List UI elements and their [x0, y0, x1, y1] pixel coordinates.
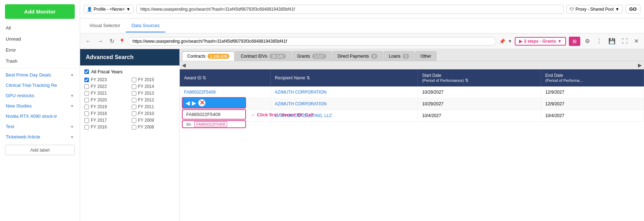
sidebar-item-gpu[interactable]: GPU restocks ▼: [0, 90, 80, 101]
fiscal-section: All Fiscal Years FY 2023 FY 2015 FY 2022: [80, 65, 179, 133]
fy2012-checkbox[interactable]: [132, 98, 136, 102]
tab-direct-payments[interactable]: Direct Payments 0: [332, 51, 383, 61]
close-browser-button[interactable]: ✕: [632, 37, 640, 45]
tab-visual-selector[interactable]: Visual Selector: [84, 19, 126, 32]
popup-close-button[interactable]: ✕: [198, 99, 205, 106]
sidebar-item-error[interactable]: Error: [0, 44, 80, 56]
forward-button[interactable]: →: [96, 37, 105, 45]
fy2014-checkbox[interactable]: [132, 84, 136, 89]
fy2016-checkbox[interactable]: [84, 125, 89, 130]
table-row: FA865022F5408 AZIMUTH CORPORATION 10/29/…: [180, 98, 644, 110]
go-button[interactable]: GO: [625, 5, 640, 14]
cursor-icon: ⊞: [572, 38, 577, 44]
sidebar-item-trash[interactable]: Trash: [0, 56, 80, 67]
proxy-button[interactable]: 🛡 Proxy - Shared Pool ▼: [566, 5, 622, 14]
browser-toolbar: ← → ↻ 📍 📌 ▼ ▶ 3 steps - Grants ▼ ⊞ ⚙ ⋮ 💾…: [80, 33, 644, 49]
scroll-left-button[interactable]: ◀: [182, 62, 186, 68]
start-date-cell: 10/29/2027: [418, 98, 541, 110]
fy2011-checkbox[interactable]: [132, 105, 136, 109]
tab-contracts[interactable]: Contracts 1,106,539: [182, 51, 235, 61]
all-fiscal-years-checkbox[interactable]: [84, 69, 89, 74]
table-row: FA865022F5409 AZIMUTH CORPORATION 10/29/…: [180, 86, 644, 98]
fy2020-checkbox[interactable]: [84, 98, 89, 102]
fiscal-row: FY 2008: [132, 125, 176, 130]
popup-forward-button[interactable]: ▶: [192, 100, 196, 106]
url-input[interactable]: [136, 5, 564, 14]
sort-icon: ⇅: [203, 75, 206, 80]
sidebar-item-all[interactable]: All: [0, 22, 80, 33]
col-start-date[interactable]: Start Date(Period of Performance) ⇅: [418, 69, 541, 86]
recipient-cell[interactable]: CANYON CONSULTING, LLC: [271, 110, 418, 122]
dropdown-icon: ▼: [508, 39, 512, 44]
fiscal-row: FY 2020: [84, 98, 128, 102]
fiscal-row: FY 2019: [84, 104, 128, 109]
tab-grants[interactable]: Grants 3,517: [292, 51, 332, 61]
add-label-button[interactable]: Add label: [5, 145, 75, 155]
popup-div-label: div FA865022F5408: [182, 120, 246, 128]
sidebar-item-new-studies[interactable]: New Studies ▼: [0, 101, 80, 111]
awards-table: Award ID ⇅ Recipient Name ⇅ Start Date(P…: [180, 69, 644, 122]
fullscreen-button[interactable]: ⛶: [620, 37, 629, 45]
fy2015-checkbox[interactable]: [132, 78, 136, 82]
browser-url-input[interactable]: [128, 37, 496, 46]
save-button[interactable]: 💾: [607, 37, 617, 45]
fy2019-checkbox[interactable]: [84, 105, 89, 109]
sidebar-item-unread[interactable]: Unread: [0, 33, 80, 44]
recipient-cell[interactable]: AZIMUTH CORPORATION: [271, 98, 418, 110]
grants-badge: 3,517: [312, 54, 326, 59]
end-date-cell: 10/4/2027: [541, 110, 644, 122]
more-options-button[interactable]: ⋮: [595, 37, 604, 45]
fiscal-row: FY 2018: [84, 111, 128, 116]
settings-button[interactable]: ⚙: [583, 37, 592, 45]
fy2022-checkbox[interactable]: [84, 84, 89, 89]
fiscal-row: FY 2011: [132, 104, 176, 109]
dropdown-icon: ▼: [557, 39, 562, 44]
fy2018-checkbox[interactable]: [84, 111, 89, 116]
left-panel: Advanced Search All Fiscal Years FY 2023…: [80, 49, 180, 221]
data-table-wrapper[interactable]: Award ID ⇅ Recipient Name ⇅ Start Date(P…: [180, 69, 644, 221]
fiscal-row: FY 2017: [84, 118, 128, 123]
col-end-date[interactable]: End Date(Period of Performa...: [541, 69, 644, 86]
fy2009-checkbox[interactable]: [132, 118, 136, 123]
main-content: 👤 Profile - <None> ▼ 🛡 Proxy - Shared Po…: [80, 0, 644, 221]
chevron-icon: ▼: [70, 125, 74, 129]
fy2010-checkbox[interactable]: [132, 111, 136, 116]
sidebar-item-ticketweb[interactable]: Ticketweb Article ▼: [0, 132, 80, 142]
popup-cell-value[interactable]: FA865022F5409: [182, 109, 246, 120]
col-award-id[interactable]: Award ID ⇅: [180, 69, 271, 86]
sidebar-item-nvidia[interactable]: Nvidia RTX 4090 stock-tr: [0, 111, 80, 121]
contract-idvs-badge: 36,542: [269, 54, 286, 59]
tab-contract-idvs[interactable]: Contract IDVs 36,542: [235, 51, 291, 61]
fy2013-checkbox[interactable]: [132, 91, 136, 96]
play-steps-button[interactable]: ▶ 3 steps - Grants ▼: [515, 37, 566, 46]
fy2023-checkbox[interactable]: [84, 78, 89, 82]
popup-cell-value2: FA865022F5408: [194, 121, 227, 127]
contract-tabs: Contracts 1,106,539 Contract IDVs 36,542…: [180, 49, 644, 61]
add-monitor-button[interactable]: Add Monitor: [5, 4, 75, 19]
sidebar-item-best-prime[interactable]: Best Prime Day Deals ▼: [0, 70, 80, 80]
tab-loans[interactable]: Loans 0: [383, 51, 414, 61]
fy2008-checkbox[interactable]: [132, 125, 136, 130]
tab-data-sources[interactable]: Data Sources: [126, 19, 165, 32]
scroll-right-button[interactable]: ▶: [638, 62, 642, 68]
dropdown-icon: ▼: [615, 7, 619, 12]
topbar: 👤 Profile - <None> ▼ 🛡 Proxy - Shared Po…: [80, 0, 644, 19]
fy2017-checkbox[interactable]: [84, 118, 89, 123]
reload-button[interactable]: ↻: [108, 37, 116, 45]
award-id-cell[interactable]: FA865022F5409: [180, 86, 271, 98]
sidebar-item-clinical[interactable]: Clinical Trial-Tracking Re: [0, 80, 80, 90]
fiscal-row: FY 2010: [132, 111, 176, 116]
sidebar-item-test[interactable]: Test ▼: [0, 121, 80, 132]
recipient-cell[interactable]: AZIMUTH CORPORATION: [271, 86, 418, 98]
end-date-cell: 12/9/2027: [541, 86, 644, 98]
profile-button[interactable]: 👤 Profile - <None> ▼: [84, 5, 133, 14]
fiscal-row: FY 2021: [84, 91, 128, 96]
chevron-icon: ▼: [70, 73, 74, 77]
back-button[interactable]: ←: [84, 37, 93, 45]
dropdown-icon: ▼: [126, 7, 130, 12]
visual-selector-button[interactable]: ⊞: [569, 37, 580, 46]
col-recipient-name[interactable]: Recipient Name ⇅: [271, 69, 418, 86]
fy2021-checkbox[interactable]: [84, 91, 89, 96]
tab-other[interactable]: Other: [415, 51, 436, 61]
popup-back-button[interactable]: ◀: [185, 100, 190, 106]
